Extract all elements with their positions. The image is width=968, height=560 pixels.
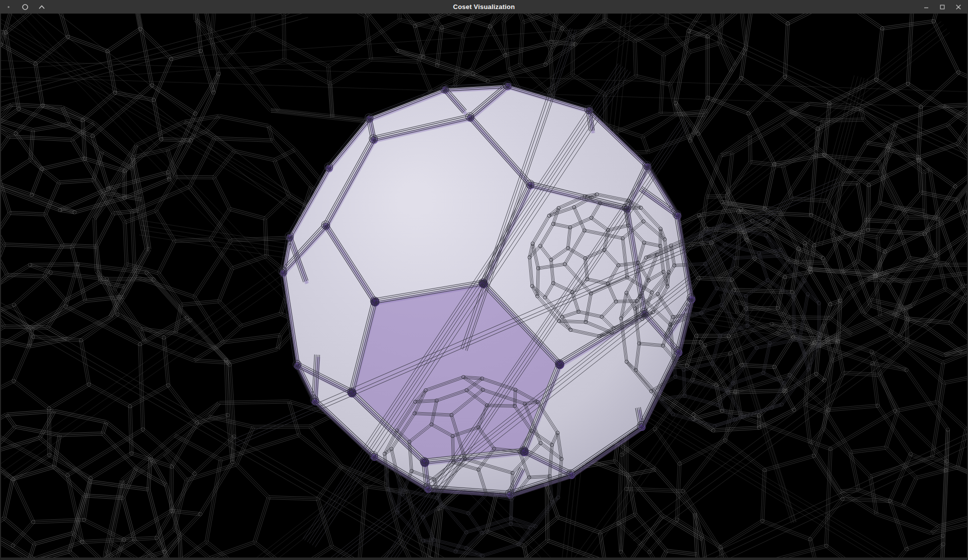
titlebar[interactable]: Coset Visualization (0, 0, 968, 14)
maximize-button[interactable] (939, 4, 946, 11)
viewport-frame (0, 14, 968, 557)
app-dot-icon (5, 4, 12, 11)
chevron-up-icon[interactable] (38, 4, 45, 11)
window-controls (923, 4, 968, 11)
coset-3d-viewport[interactable] (1, 14, 967, 557)
minimize-button[interactable] (923, 4, 930, 11)
titlebar-left-icons (0, 4, 45, 11)
window-title: Coset Visualization (0, 0, 968, 14)
window-frame-bottom (0, 557, 968, 560)
record-circle-icon[interactable] (22, 4, 29, 11)
close-button[interactable] (955, 4, 962, 11)
app-window: Coset Visualization (0, 0, 968, 560)
